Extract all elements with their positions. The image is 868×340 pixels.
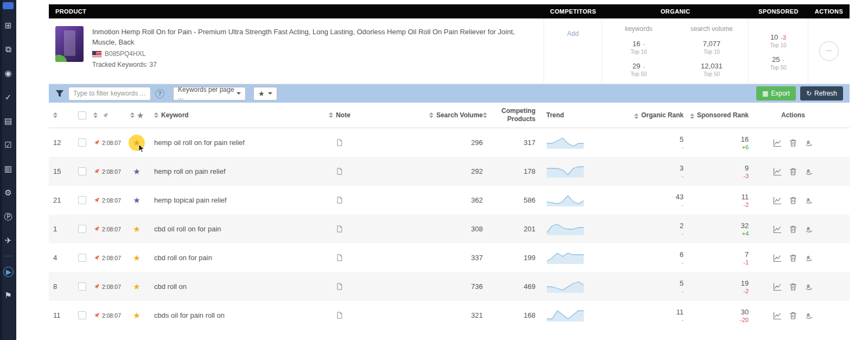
star-icon[interactable]: ★ (133, 196, 140, 204)
amazon-link-icon[interactable] (805, 167, 813, 176)
delete-keyword-icon[interactable] (789, 167, 797, 176)
note-icon[interactable] (336, 282, 343, 291)
grid-icon[interactable]: ⊞ (0, 14, 16, 37)
rank-history-chart-icon[interactable] (773, 282, 782, 291)
keyword-filter-input[interactable] (68, 87, 151, 100)
trend-sparkline (546, 194, 585, 207)
select-all-checkbox[interactable] (78, 111, 86, 119)
camera-icon[interactable]: ◉ (0, 61, 16, 85)
sort-icon[interactable] (634, 114, 639, 119)
sort-icon[interactable] (53, 112, 58, 118)
product-actions-cell: ... (808, 18, 850, 84)
profile-icon[interactable]: Ⓟ (0, 205, 16, 229)
row-checkbox[interactable] (78, 254, 86, 262)
sponsored-change: -1 (743, 259, 749, 266)
search-volume: 292 (354, 167, 483, 175)
star-icon[interactable]: ★ (133, 254, 140, 262)
rank-history-chart-icon[interactable] (773, 254, 782, 262)
row-index: 8 (49, 282, 71, 291)
check-icon[interactable]: ✓ (0, 85, 16, 109)
gear-icon[interactable]: ⚙ (0, 181, 16, 205)
sort-icon[interactable] (93, 112, 98, 118)
note-icon[interactable] (336, 311, 343, 319)
product-image[interactable] (55, 26, 84, 62)
section-header: PRODUCT COMPETITORS ORGANIC SPONSORED AC… (49, 4, 850, 18)
rank-history-chart-icon[interactable] (773, 138, 782, 147)
rocket-icon (93, 225, 100, 232)
refresh-button[interactable]: ↻ Refresh (800, 86, 843, 100)
row-checkbox[interactable] (78, 196, 86, 204)
sort-icon[interactable] (483, 112, 487, 118)
help-icon[interactable]: ? (155, 89, 164, 98)
competing-products: 469 (483, 282, 539, 291)
app-logo[interactable] (3, 2, 14, 9)
organic-change: - (681, 202, 684, 208)
sort-icon[interactable] (690, 114, 694, 119)
amazon-link-icon[interactable] (805, 225, 813, 234)
star-icon[interactable]: ★ (133, 167, 140, 175)
search-volume: 321 (354, 311, 483, 319)
star-filter-dropdown[interactable]: ★ (253, 87, 277, 100)
row-checkbox[interactable] (78, 138, 86, 147)
rank-history-chart-icon[interactable] (773, 196, 782, 205)
competing-products: 586 (483, 196, 539, 204)
organic-volume-label: search volume (675, 25, 749, 33)
rank-history-chart-icon[interactable] (773, 225, 782, 234)
note-icon[interactable] (336, 167, 343, 175)
amazon-link-icon[interactable] (805, 138, 813, 147)
copy-icon[interactable]: ⧉ (0, 37, 16, 61)
sort-icon[interactable] (429, 112, 433, 118)
sponsored-rank: 16 (741, 135, 749, 143)
star-icon[interactable]: ★ (133, 282, 140, 291)
delete-keyword-icon[interactable] (789, 282, 797, 291)
tracked-keywords-count: Tracked Keywords: 37 (92, 60, 521, 70)
row-checkbox[interactable] (78, 225, 86, 233)
rank-history-chart-icon[interactable] (773, 311, 782, 320)
delete-keyword-icon[interactable] (789, 138, 797, 147)
sort-icon[interactable] (154, 112, 158, 118)
print-icon[interactable]: ▥ (0, 157, 16, 181)
delete-keyword-icon[interactable] (789, 311, 797, 320)
note-icon[interactable] (336, 254, 343, 262)
amazon-link-icon[interactable] (805, 282, 813, 291)
delete-keyword-icon[interactable] (789, 225, 797, 234)
sort-icon[interactable] (130, 112, 135, 118)
add-competitor-link[interactable]: Add (567, 30, 578, 37)
per-page-select[interactable]: Keywords per page ... (173, 87, 246, 100)
star-icon[interactable]: ★ (133, 225, 140, 233)
send-icon[interactable]: ✈ (0, 229, 16, 253)
organic-rank: 11 (676, 308, 684, 316)
export-button[interactable]: ▦ Export (756, 86, 796, 100)
row-checkbox[interactable] (78, 311, 86, 319)
us-flag-icon (92, 51, 101, 57)
rank-history-chart-icon[interactable] (773, 167, 782, 176)
row-index: 15 (49, 167, 71, 175)
play-icon[interactable]: ▶ (0, 260, 16, 284)
note-icon[interactable] (336, 138, 343, 147)
organic-rank: 5 (680, 279, 684, 287)
organic-keywords-label: keywords (602, 25, 675, 33)
organic-rank: 2 (680, 222, 684, 230)
trend-sparkline (546, 280, 585, 293)
amazon-link-icon[interactable] (805, 254, 813, 262)
row-checkbox[interactable] (78, 282, 86, 291)
row-index: 1 (49, 225, 71, 233)
amazon-link-icon[interactable] (805, 311, 813, 320)
note-icon[interactable] (336, 196, 343, 204)
delete-keyword-icon[interactable] (789, 196, 797, 205)
star-icon[interactable]: ★ (133, 311, 140, 319)
tasks-icon[interactable]: ☑ (0, 133, 16, 157)
delete-keyword-icon[interactable] (789, 254, 797, 262)
note-icon[interactable] (336, 225, 343, 233)
amazon-link-icon[interactable] (805, 196, 813, 205)
document-icon[interactable]: ▤ (0, 109, 16, 133)
sponsored-rank: 11 (742, 193, 749, 201)
pin-icon[interactable]: ⚑ (0, 284, 16, 307)
table-row: 11 2:08:07 ★ cbds oil for pain roll on 3… (49, 301, 850, 330)
sponsored-rank: 7 (745, 250, 749, 259)
organic-change: - (681, 144, 684, 150)
sort-icon[interactable] (329, 112, 333, 118)
more-actions-button[interactable]: ... (819, 41, 839, 61)
row-checkbox[interactable] (78, 167, 86, 175)
product-summary-row: Inmotion Hemp Roll On for Pain - Premium… (49, 18, 850, 84)
